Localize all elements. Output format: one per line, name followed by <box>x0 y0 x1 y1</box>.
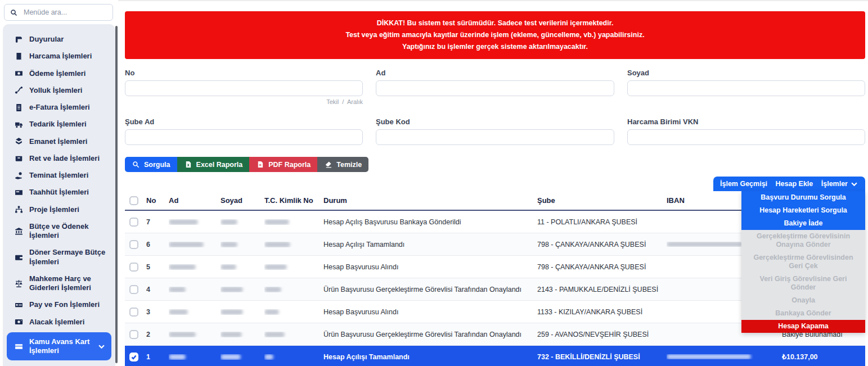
sidebar-item-taahhut-islemleri[interactable]: Taahhüt İşlemleri <box>3 184 115 201</box>
row-checkbox[interactable] <box>129 330 138 339</box>
menu-item-basvuru-durumu-sorgula[interactable]: Başvuru Durumu Sorgula <box>741 191 865 204</box>
menu-search-input[interactable] <box>23 8 115 17</box>
sidebar-item-alacak-islemleri[interactable]: Alacak İşlemleri <box>3 314 115 331</box>
banner-line: Yaptığınız bu işlemler gerçek sisteme ak… <box>136 41 854 53</box>
no-input[interactable] <box>125 80 363 96</box>
cell-ad <box>169 219 221 225</box>
sube-kod-input[interactable] <box>376 129 614 145</box>
temizle-button[interactable]: Temizle <box>317 157 368 172</box>
islemler-menu-button[interactable]: İşlemler <box>821 180 857 188</box>
sidebar-item-ret-ve-iade-islemleri[interactable]: Ret ve İade İşlemleri <box>3 150 115 167</box>
sidebar-item-label: e-Fatura İşlemleri <box>29 103 111 112</box>
money-check-icon <box>15 301 23 309</box>
redacted-text <box>169 309 188 315</box>
cell-ad <box>169 287 221 292</box>
redacted-text <box>169 354 186 360</box>
filter-form: No Tekil / Aralık Ad Soyad Şube Ad Şube … <box>125 69 865 145</box>
results-table-zone: İşlem Geçmişi Hesap Ekle İşlemler Başvur… <box>125 177 865 366</box>
redacted-text <box>264 219 289 225</box>
receipt-icon <box>15 52 23 61</box>
chevron-down-icon <box>851 181 857 187</box>
redacted-text <box>264 354 273 360</box>
redacted-text <box>264 264 287 270</box>
redacted-text <box>221 332 242 337</box>
sidebar-item-odeme-islemleri[interactable]: Ödeme İşlemleri <box>3 65 115 82</box>
sidebar-item-mahkeme-harc-ve-giderleri-islemleri[interactable]: Mahkeme Harç ve Giderleri İşlemleri <box>3 270 115 297</box>
islem-gecmisi-button[interactable]: İşlem Geçmişi <box>720 180 767 188</box>
main-content: DİKKAT! Bu sistem test sürümüdür. Sadece… <box>118 0 868 366</box>
cell-ad <box>169 354 221 360</box>
query-toolbar: SorgulaExcel RaporlaPDF RaporlaTemizle <box>125 157 865 172</box>
menu-item-hesap-kapama[interactable]: Hesap Kapama <box>741 320 865 333</box>
cell-soyad <box>221 287 264 292</box>
sidebar-item-doner-sermaye-butce-islemleri[interactable]: Döner Sermaye Bütçe İşlemleri <box>3 244 115 270</box>
sidebar-item-pay-ve-fon-islemleri[interactable]: Pay ve Fon İşlemleri <box>3 296 115 313</box>
cell-tc-kimlik <box>264 219 323 225</box>
sidebar-item-teminat-islemleri[interactable]: Teminat İşlemleri <box>3 167 115 184</box>
row-checkbox[interactable] <box>129 308 138 317</box>
row-checkbox[interactable] <box>129 285 138 294</box>
sidebar-scrollbar[interactable] <box>115 26 118 363</box>
sidebar-item-label: Duyurular <box>29 35 111 44</box>
sidebar-item-label: Bütçe ve Ödenek İşlemleri <box>29 222 111 241</box>
sidebar-item-kamu-avans-kart-islemleri[interactable]: Kamu Avans Kart İşlemleri <box>7 332 111 361</box>
redacted-text <box>169 242 204 247</box>
sidebar-item-e-fatura-islemleri[interactable]: e-Fatura İşlemleri <box>3 99 115 116</box>
row-checkbox[interactable] <box>129 263 138 272</box>
col-header-soyad: Soyad <box>221 196 264 205</box>
harcama-birimi-vkn-input[interactable] <box>627 129 865 145</box>
sidebar-item-emanet-islemleri[interactable]: Emanet İşlemleri <box>3 133 115 150</box>
menu-item-bankaya-gonder: Bankaya Gönder <box>741 307 865 320</box>
row-checkbox[interactable] <box>129 240 138 249</box>
table-row[interactable]: 1Hesap Açılışı Tamamlandı732 - BEKİLLİ/D… <box>125 346 865 366</box>
sidebar-item-yolluk-islemleri[interactable]: Yolluk İşlemleri <box>3 82 115 99</box>
sube-ad-input[interactable] <box>125 129 363 145</box>
aralik-toggle[interactable]: Aralık <box>347 98 363 105</box>
banner-line: Test veya eğitim amacıyla kayıtlar üzeri… <box>136 29 854 41</box>
col-header-ad: Ad <box>169 196 221 205</box>
col-header-tc-kimlik: T.C. Kimlik No <box>264 196 323 205</box>
announcement-icon <box>15 35 23 44</box>
col-header-durum: Durum <box>323 196 537 205</box>
cell-ad <box>169 242 221 247</box>
sidebar-item-proje-islemleri[interactable]: Proje İşlemleri <box>3 201 115 218</box>
select-all-checkbox[interactable] <box>129 196 138 205</box>
excel-raporla-button[interactable]: Excel Raporla <box>177 157 250 172</box>
sube-kod-label: Şube Kod <box>376 118 614 126</box>
redacted-text <box>221 242 237 247</box>
row-checkbox[interactable] <box>129 353 138 362</box>
cell-durum: Hesap Başvurusu Alındı <box>323 308 537 316</box>
pdf-raporla-button[interactable]: PDF Raporla <box>249 157 317 172</box>
redacted-text <box>264 242 290 247</box>
sidebar-item-duyurular[interactable]: Duyurular <box>3 31 115 48</box>
sidebar-item-harcama-islemleri[interactable]: Harcama İşlemleri <box>3 48 115 65</box>
islemler-dropdown-menu: Başvuru Durumu SorgulaHesap Hareketleri … <box>741 191 865 333</box>
pdf-file-icon <box>256 161 264 168</box>
no-mode-toggle: Tekil / Aralık <box>125 96 363 106</box>
credit-card-icon <box>15 342 23 351</box>
cell-ad <box>169 264 221 270</box>
sidebar-item-mutemet-islemleri[interactable]: Mutemet İşlemleri <box>3 362 115 366</box>
menu-search-box[interactable] <box>4 4 113 21</box>
route-icon <box>15 86 23 94</box>
menu-item-hesap-hareketleri-sorgula[interactable]: Hesap Hareketleri Sorgula <box>741 204 865 217</box>
cell-durum: Hesap Başvurusu Alındı <box>323 263 537 271</box>
sorgula-button[interactable]: Sorgula <box>125 157 177 172</box>
tekil-toggle[interactable]: Tekil <box>326 98 339 105</box>
redacted-text <box>221 354 241 360</box>
cell-iban <box>667 354 782 359</box>
menu-item-bakiye-iade[interactable]: Bakiye İade <box>741 217 865 230</box>
sidebar-item-label: Ret ve İade İşlemleri <box>29 154 111 163</box>
sidebar-item-butce-ve-odenek-islemleri[interactable]: Bütçe ve Ödenek İşlemleri <box>3 218 115 245</box>
hesap-ekle-button[interactable]: Hesap Ekle <box>776 180 813 188</box>
sitemap-icon <box>15 205 23 214</box>
sidebar-item-label: Mahkeme Harç ve Giderleri İşlemleri <box>29 274 111 293</box>
sidebar-item-tedarik-islemleri[interactable]: Tedarik İşlemleri <box>3 116 115 133</box>
cell-sube: 732 - BEKİLLİ/DENİZLİ ŞUBESİ <box>537 353 667 361</box>
row-checkbox[interactable] <box>129 218 138 227</box>
cell-no: 5 <box>146 263 169 271</box>
soyad-input[interactable] <box>627 80 865 96</box>
ad-input[interactable] <box>376 80 614 96</box>
button-label: PDF Raporla <box>268 161 311 169</box>
redacted-text <box>169 332 196 337</box>
